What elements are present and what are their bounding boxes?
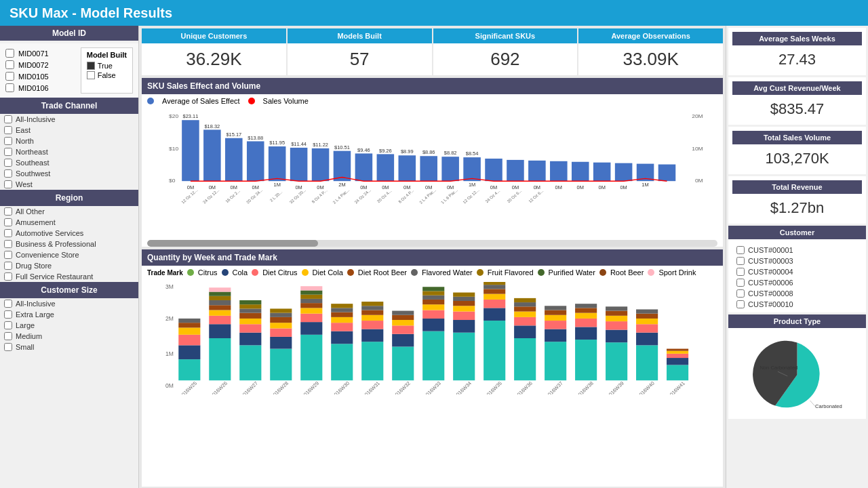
cs-medium[interactable] — [4, 332, 12, 340]
kpi-avg-observations: Average Observations 33.09K — [578, 28, 723, 75]
svg-text:0M: 0M — [209, 185, 216, 190]
tc-northeast[interactable] — [4, 148, 12, 156]
svg-rect-91 — [270, 313, 292, 317]
svg-rect-109 — [361, 342, 383, 380]
svg-rect-94 — [300, 322, 322, 335]
bar-6 — [290, 148, 308, 181]
trade-channel-list: All-Inclusive East North Northeast South… — [0, 114, 138, 190]
svg-text:2 L 20...: 2 L 20... — [269, 190, 283, 203]
cust-00006[interactable] — [736, 279, 745, 287]
avg-sales-weeks-value: 27.43 — [732, 48, 862, 71]
svg-text:0M: 0M — [252, 185, 259, 190]
svg-rect-154 — [545, 315, 566, 321]
cust-00008[interactable] — [736, 289, 745, 298]
region-business[interactable] — [4, 240, 12, 248]
cust-00010[interactable] — [736, 300, 745, 308]
svg-rect-140 — [484, 294, 505, 300]
svg-text:$23.11: $23.11 — [183, 115, 199, 119]
tc-west[interactable] — [4, 180, 12, 188]
region-restaurant[interactable] — [4, 272, 12, 281]
region-automotive[interactable] — [4, 229, 12, 237]
model-id-checkbox-3[interactable] — [5, 72, 14, 81]
svg-rect-69 — [209, 338, 231, 380]
svg-text:20 Oz 4...: 20 Oz 4... — [376, 189, 393, 204]
bar-15 — [485, 159, 502, 181]
svg-text:2 L 4 Pac...: 2 L 4 Pac... — [332, 188, 350, 204]
model-id-checkbox-2[interactable] — [5, 60, 14, 69]
svg-rect-145 — [514, 325, 536, 338]
total-sales-volume-label: Total Sales Volume — [732, 131, 862, 144]
cust-00001[interactable] — [736, 246, 745, 254]
svg-text:16 Oz 2...: 16 Oz 2... — [224, 189, 241, 204]
cs-all-inclusive[interactable] — [4, 300, 12, 308]
svg-rect-111 — [361, 321, 383, 329]
region-convenience[interactable] — [4, 251, 12, 259]
svg-rect-64 — [178, 345, 200, 359]
week-bar-6 — [331, 304, 353, 380]
svg-rect-88 — [270, 328, 292, 336]
bar-13 — [441, 157, 459, 181]
svg-text:0M: 0M — [425, 185, 432, 190]
svg-text:$8.54: $8.54 — [466, 152, 479, 157]
model-id-section: MID0071 MID0072 MID0105 MID0106 — [0, 43, 138, 98]
tc-southwest[interactable] — [4, 169, 12, 178]
week-bar-8 — [392, 311, 414, 381]
carbonated-line — [810, 401, 816, 407]
cust-00004[interactable] — [736, 268, 745, 276]
model-id-checkbox-4[interactable] — [5, 83, 14, 92]
region-list: All Other Amusement Automotive Services … — [0, 206, 138, 282]
svg-rect-97 — [300, 303, 322, 308]
svg-rect-122 — [422, 331, 444, 381]
svg-rect-147 — [514, 312, 536, 317]
svg-rect-72 — [209, 310, 231, 316]
tc-all-inclusive[interactable] — [4, 115, 12, 123]
model-id-label-2: MID0072 — [18, 61, 49, 69]
svg-text:0M: 0M — [534, 185, 540, 190]
diet-rootbeer-dot — [347, 269, 354, 276]
svg-rect-155 — [545, 310, 566, 315]
kpi-significant-skus-value: 692 — [433, 43, 578, 75]
svg-rect-82 — [239, 313, 261, 319]
svg-text:0M: 0M — [447, 185, 454, 190]
svg-text:0M: 0M — [490, 185, 497, 190]
svg-text:$10.51: $10.51 — [334, 145, 350, 150]
purified-water-dot — [538, 269, 545, 276]
model-id-label-1: MID0071 — [18, 49, 49, 58]
sku-scrollbar[interactable] — [147, 240, 717, 247]
cs-extra-large[interactable] — [4, 310, 12, 319]
svg-rect-134 — [453, 301, 475, 306]
customer-size-list: All-Inclusive Extra Large Large Medium S… — [0, 298, 138, 352]
bar-20 — [593, 163, 611, 181]
svg-rect-175 — [667, 365, 688, 380]
diet-citrus-label: Diet Citrus — [262, 268, 297, 277]
sales-effect-label: Average of Sales Effect — [162, 97, 240, 105]
svg-rect-133 — [453, 306, 475, 311]
model-id-checkbox-1[interactable] — [5, 49, 14, 58]
svg-text:2016W37: 2016W37 — [545, 380, 564, 394]
region-drug[interactable] — [4, 262, 12, 270]
customer-label: Customer — [728, 226, 866, 239]
tc-east[interactable] — [4, 126, 12, 134]
region-all-other[interactable] — [4, 207, 12, 216]
sku-scrollbar-thumb[interactable] — [147, 240, 318, 247]
region-amusement[interactable] — [4, 218, 12, 226]
tc-southeast[interactable] — [4, 159, 12, 167]
svg-rect-106 — [331, 312, 353, 317]
cust-00003[interactable] — [736, 257, 745, 265]
week-bar-5 — [300, 286, 322, 380]
svg-rect-146 — [514, 317, 536, 325]
week-bar-7 — [361, 302, 383, 380]
svg-text:0M: 0M — [382, 185, 389, 190]
svg-text:1M: 1M — [642, 182, 648, 187]
cs-large[interactable] — [4, 321, 12, 329]
sport-drink-dot — [648, 269, 654, 276]
tc-north[interactable] — [4, 137, 12, 145]
svg-rect-103 — [331, 331, 353, 344]
week-bar-15 — [606, 306, 627, 380]
svg-text:2016W33: 2016W33 — [422, 380, 442, 394]
svg-rect-125 — [422, 304, 444, 310]
svg-rect-116 — [392, 346, 414, 380]
svg-rect-86 — [270, 349, 292, 381]
cs-small[interactable] — [4, 343, 12, 351]
svg-rect-149 — [514, 302, 536, 306]
